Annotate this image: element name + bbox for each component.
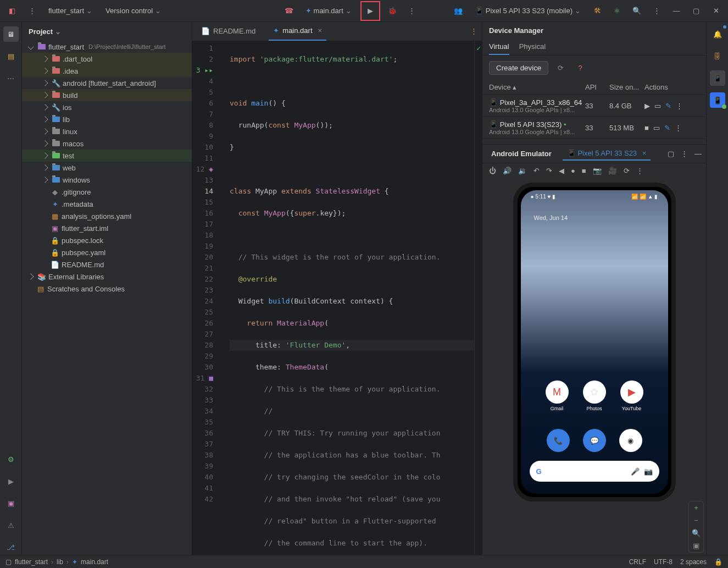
more-run-icon[interactable]: ⋮ xyxy=(404,3,420,19)
project-panel-header[interactable]: Project ⌄ xyxy=(22,22,192,41)
database-icon[interactable]: 🗄 xyxy=(710,48,725,64)
editor-marker-bar[interactable]: ✓ xyxy=(474,41,482,555)
volume-down-icon[interactable]: 🔉 xyxy=(518,167,527,175)
google-search-bar[interactable]: G 🎤 📷 xyxy=(530,461,659,482)
stop-icon[interactable]: ■ xyxy=(644,124,649,132)
gmail-app-icon[interactable]: MGmail xyxy=(545,380,569,411)
back-icon[interactable]: ◀ xyxy=(559,167,564,175)
close-tab-icon[interactable]: × xyxy=(318,26,323,35)
emulator-icon[interactable]: 📱 xyxy=(710,92,725,108)
more-icon[interactable]: ⋮ xyxy=(676,102,683,110)
more-tool-icon[interactable]: ⋯ xyxy=(3,70,19,86)
encoding[interactable]: UTF-8 xyxy=(654,558,673,566)
more-icon[interactable]: ⋮ xyxy=(24,3,40,19)
project-dropdown[interactable]: flutter_start ⌄ xyxy=(44,4,97,17)
record-icon[interactable]: 🎥 xyxy=(608,167,617,175)
tree-item[interactable]: windows xyxy=(22,174,192,186)
call-icon[interactable]: ☎ xyxy=(281,3,297,19)
more-icon[interactable]: ⋮ xyxy=(636,167,643,175)
folder-icon[interactable]: ▭ xyxy=(654,102,661,110)
window-icon[interactable]: ▢ xyxy=(668,150,674,158)
refresh-icon[interactable]: ⟳ xyxy=(553,60,568,75)
edit-icon[interactable]: ✎ xyxy=(664,124,670,132)
play-icon[interactable]: ▶ xyxy=(644,102,650,110)
indent[interactable]: 2 spaces xyxy=(680,558,707,566)
run-button[interactable]: ▶ xyxy=(363,3,378,19)
help-icon[interactable]: ? xyxy=(573,60,588,75)
tree-item[interactable]: 🔒pubspec.yaml xyxy=(22,246,192,258)
settings-icon[interactable]: ⋮ xyxy=(649,3,664,19)
tree-item[interactable]: .dart_tool xyxy=(22,53,192,65)
problems-icon[interactable]: ⚠ xyxy=(3,517,19,533)
rotate-right-icon[interactable]: ↷ xyxy=(546,167,552,175)
zoom-out-icon[interactable]: − xyxy=(694,516,698,525)
close-icon[interactable]: ✕ xyxy=(708,3,724,19)
tree-item[interactable]: .idea xyxy=(22,65,192,77)
tree-item[interactable]: 🔒pubspec.lock xyxy=(22,234,192,246)
emulator-tab[interactable]: 📱 Pixel 5 API 33 S23 × xyxy=(563,147,651,161)
gear-icon[interactable]: ⚙ xyxy=(3,451,19,467)
tree-item[interactable]: 📚External Libraries xyxy=(22,271,192,283)
terminal-icon[interactable]: ▣ xyxy=(3,495,19,511)
editor[interactable]: 123 ▸▸456789101112 ◈13141516171819202122… xyxy=(192,41,482,555)
tree-root[interactable]: flutter_start D:\Project\IntelliJ\flutte… xyxy=(22,41,192,53)
debug-button[interactable]: 🐞 xyxy=(385,3,400,19)
run-tool-icon[interactable]: ▶ xyxy=(3,473,19,489)
zoom-fit-icon[interactable]: 🔍 xyxy=(692,529,701,537)
notifications-icon[interactable]: 🔔 xyxy=(710,26,725,42)
device-row[interactable]: 📱 Pixel 5 API 33(S23) •Android 13.0 Goog… xyxy=(482,117,706,139)
lock-icon[interactable]: 🔒 xyxy=(714,558,723,566)
tab-physical[interactable]: Physical xyxy=(519,39,546,55)
tree-item[interactable]: ✦.metadata xyxy=(22,198,192,210)
phone-app-icon[interactable]: 📞 xyxy=(547,429,570,452)
folder-icon[interactable]: ▭ xyxy=(653,124,660,132)
tree-item[interactable]: ▦analysis_options.yaml xyxy=(22,210,192,222)
code-content[interactable]: import 'package:flutter/material.dart'; … xyxy=(225,41,474,555)
zoom-in-icon[interactable]: + xyxy=(694,504,698,512)
bookmarks-icon[interactable]: ▤ xyxy=(3,48,19,64)
tree-item[interactable]: 📄README.md xyxy=(22,258,192,271)
messages-app-icon[interactable]: 💬 xyxy=(583,429,606,452)
tree-item[interactable]: test xyxy=(22,150,192,162)
git-icon[interactable]: ⎇ xyxy=(3,539,19,555)
run-config-dropdown[interactable]: ✦ main.dart ⌄ xyxy=(301,4,356,17)
zoom-actual-icon[interactable]: ▣ xyxy=(693,542,699,550)
edit-icon[interactable]: ✎ xyxy=(665,102,671,110)
tree-item[interactable]: ▣flutter_start.iml xyxy=(22,222,192,234)
photos-app-icon[interactable]: ✿Photos xyxy=(582,380,607,411)
minimize-icon[interactable]: — xyxy=(669,3,684,19)
device-selector[interactable]: 📱 Pixel 5 API 33 S23 (mobile) ⌄ xyxy=(470,4,585,17)
tree-item[interactable]: lib xyxy=(22,113,192,125)
tree-item[interactable]: ▤Scratches and Consoles xyxy=(22,283,192,295)
editor-menu-icon[interactable]: ⋮ xyxy=(470,27,477,35)
device-manager-icon[interactable]: 📱 xyxy=(710,70,725,86)
home-icon[interactable]: ● xyxy=(571,167,575,175)
tab-readme[interactable]: 📄README.md xyxy=(197,22,260,41)
phone-frame[interactable]: ● 5:11 ♥ ▮📶 📶 ▲ ▮ Wed, Jun 14 MGmail ✿Ph… xyxy=(513,183,676,501)
tree-item[interactable]: web xyxy=(22,162,192,174)
chrome-app-icon[interactable]: ◉ xyxy=(619,429,642,452)
extended-icon[interactable]: ⟳ xyxy=(624,167,630,175)
search-icon[interactable]: 🔍 xyxy=(629,3,644,19)
power-icon[interactable]: ⏻ xyxy=(489,167,496,175)
app-menu-icon[interactable]: ◧ xyxy=(4,3,20,19)
screenshot-icon[interactable]: 📷 xyxy=(593,167,602,175)
tree-item[interactable]: ◆.gitignore xyxy=(22,186,192,198)
atom-icon[interactable]: ⚛ xyxy=(609,3,625,19)
minimize-icon[interactable]: — xyxy=(694,150,702,158)
mic-icon[interactable]: 🎤 xyxy=(631,467,640,476)
tab-main-dart[interactable]: ✦main.dart× xyxy=(269,22,326,41)
project-tool-icon[interactable]: 🖥 xyxy=(3,26,19,42)
tree-item[interactable]: macos xyxy=(22,137,192,150)
youtube-app-icon[interactable]: ▶YouTube xyxy=(620,380,644,411)
overview-icon[interactable]: ■ xyxy=(582,167,586,175)
tree-item[interactable]: build xyxy=(22,89,192,101)
tree-item[interactable]: 🔧android [flutter_start_android] xyxy=(22,77,192,89)
more-icon[interactable]: ⋮ xyxy=(681,150,688,158)
rotate-left-icon[interactable]: ↶ xyxy=(534,167,540,175)
tree-item[interactable]: linux xyxy=(22,125,192,137)
line-ending[interactable]: CRLF xyxy=(629,558,646,566)
lens-icon[interactable]: 📷 xyxy=(644,467,653,476)
close-icon[interactable]: × xyxy=(642,149,647,157)
tools-icon[interactable]: 🛠 xyxy=(590,3,605,19)
